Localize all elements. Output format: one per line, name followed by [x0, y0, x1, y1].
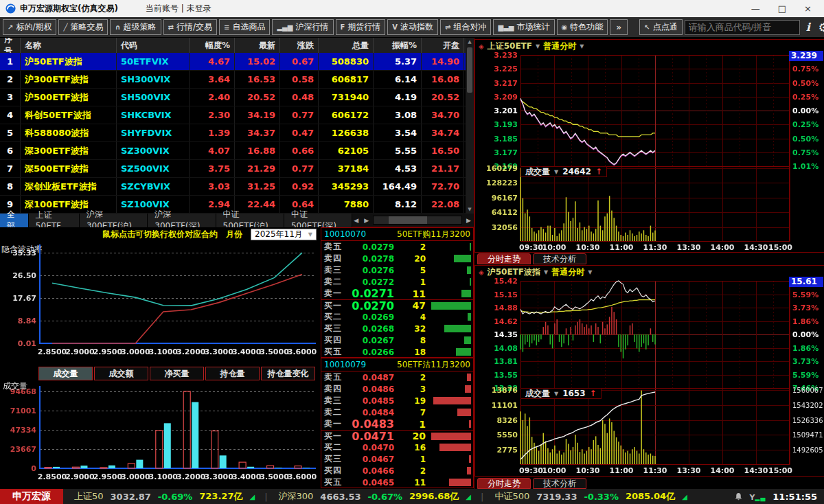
table-row-50ETFVIX[interactable]: 1沪50ETF波指50ETFVIX4.6715.020.675088305.37… — [0, 53, 474, 71]
minimize-button[interactable]: — — [751, 3, 760, 14]
table-row-SH500VIX[interactable]: 3沪500ETF波指SH500VIX2.4020.520.487319404.1… — [0, 89, 474, 106]
vol-filter-tab-净买量[interactable]: 净买量 — [150, 367, 204, 380]
bell-icon[interactable] — [734, 492, 743, 501]
toolbar-button-市场统计[interactable]: ▆▃▅市场统计 — [493, 19, 554, 35]
toolbar-button-组合对冲[interactable]: ⇌组合对冲 — [440, 19, 491, 35]
gear-icon[interactable]: ⚙ — [819, 21, 824, 34]
chevron-down-icon[interactable]: ▼ — [554, 169, 558, 175]
index-quote-上证50[interactable]: 上证503032.87-0.69%723.27亿◢ — [74, 490, 255, 503]
vol-filter-tab-持仓量变化[interactable]: 持仓量变化 — [261, 367, 315, 380]
tab-scroll-right-icon[interactable]: ▶ — [363, 217, 370, 224]
orderbook-level-买一[interactable]: 买一0.027047 — [321, 299, 473, 311]
scroll-down-icon[interactable]: ▼ — [468, 205, 471, 214]
quote-tab-中证500ETF(沪)[interactable]: 中证500ETF(沪) — [216, 214, 284, 227]
main-toolbar: ↗标的/期权╱策略交易∩超级策略⇄行情/交易≡自选商品▂▄▆沪深行情F期货行情V… — [0, 17, 824, 38]
app-window: 申万宏源期权宝(仿真交易) 当前账号 | 未登录 — □ × ↗标的/期权╱策略… — [0, 0, 824, 504]
orderbook-level-买四[interactable]: 买四0.02678 — [321, 334, 473, 346]
tab-minute-trend-1[interactable]: 分时走势 — [477, 253, 531, 264]
symbol-search-input[interactable] — [685, 20, 800, 35]
index-quote-中证500[interactable]: 中证5007319.33-0.33%2085.04亿◢ — [494, 490, 687, 503]
chevron-down-icon[interactable]: ▼ — [554, 391, 558, 397]
orderbook-put: 1001007950ETF沽11月3200卖五0.04872卖四0.04863卖… — [321, 358, 474, 488]
toolbar-more-button[interactable]: » — [610, 19, 628, 35]
orderbook-level-买三[interactable]: 买三0.026832 — [321, 323, 473, 334]
quote-tab-沪深300ETF(深)[interactable]: 沪深300ETF(深) — [148, 214, 216, 227]
month-dropdown[interactable]: 2025年11月 ▼ — [251, 229, 317, 240]
horizontal-scrollbar[interactable] — [373, 216, 462, 225]
depth-bar-wrap — [431, 325, 471, 332]
toolbar-button-沪深行情[interactable]: ▂▄▆沪深行情 — [272, 19, 333, 35]
col-header-涨跌[interactable]: 涨跌 — [280, 38, 319, 53]
orderbook-level-卖五[interactable]: 卖五0.02792 — [321, 241, 473, 253]
toolbar-button-自选商品[interactable]: ≡自选商品 — [219, 19, 270, 35]
index-quote-沪深300[interactable]: 沪深3004663.53-0.67%2996.68亿◢ — [279, 490, 471, 503]
maximize-button[interactable]: □ — [778, 3, 786, 14]
col-header-最新[interactable]: 最新 — [235, 38, 280, 53]
table-row-SHKCBVIX[interactable]: 4科创50ETF波指SHKCBVIX2.3034.190.776061723.0… — [0, 106, 474, 124]
vol-filter-tab-持仓量[interactable]: 持仓量 — [205, 367, 260, 380]
diandiantong-button[interactable]: ↖ 点点通 — [639, 19, 682, 35]
orderbook-level-卖三[interactable]: 卖三0.02765 — [321, 264, 473, 276]
orderbook-level-买五[interactable]: 买五0.046511 — [321, 477, 473, 488]
depth-bar-wrap — [431, 278, 471, 286]
toolbar-button-行情/交易[interactable]: ⇄行情/交易 — [163, 19, 217, 35]
scrollbar-thumb[interactable] — [467, 47, 472, 93]
tab-technical-analysis-2[interactable]: 技术分析 — [533, 478, 586, 489]
cell: 345293 — [319, 178, 374, 195]
tab-scroll-left-icon[interactable]: ◀ — [352, 217, 360, 224]
orderbook-level-卖四[interactable]: 卖四0.04863 — [321, 383, 473, 395]
toolbar-button-策略交易[interactable]: ╱策略交易 — [58, 19, 108, 35]
quote-tab-中证500ETF(深)[interactable]: 中证500ETF(深) — [284, 214, 352, 227]
toolbar-button-超级策略[interactable]: ∩超级策略 — [110, 19, 161, 35]
chart1-symbol-dropdown[interactable]: 上证50ETF — [488, 41, 532, 52]
table-row-SZ300VIX[interactable]: 6深300ETF波指SZ300VIX4.0716.880.66621055.55… — [0, 142, 474, 160]
toolbar-button-波动指数[interactable]: V波动指数 — [387, 19, 438, 35]
col-header-总量[interactable]: 总量 — [319, 38, 374, 53]
orderbook-level-买二[interactable]: 买二0.02694 — [321, 311, 473, 323]
table-row-SZCYBVIX[interactable]: 8深创业板ETF波指SZCYBVIX3.0331.250.92345293164… — [0, 178, 474, 196]
vol-filter-tab-成交额[interactable]: 成交额 — [94, 367, 148, 380]
toolbar-button-特色功能[interactable]: ◉特色功能 — [557, 19, 608, 35]
toolbar-button-标的/期权[interactable]: ↗标的/期权 — [3, 19, 56, 35]
orderbook-level-买三[interactable]: 买三0.04671 — [321, 453, 473, 465]
col-header-幅度%[interactable]: 幅度% — [190, 38, 235, 53]
orderbook-level-买四[interactable]: 买四0.04662 — [321, 465, 473, 477]
col-header-代码[interactable]: 代码 — [117, 38, 190, 53]
vol-filter-tab-成交量[interactable]: 成交量 — [38, 367, 93, 380]
table-row-SH300VIX[interactable]: 2沪300ETF波指SH300VIX3.6416.530.586068176.1… — [0, 71, 474, 89]
tab-technical-analysis-1[interactable]: 技术分析 — [533, 253, 586, 264]
orderbook-level-卖二[interactable]: 卖二0.04847 — [321, 406, 473, 418]
col-header-序号[interactable]: 序号 — [0, 38, 21, 53]
up-triangle-icon: ◢ — [466, 493, 471, 501]
orderbook-level-买一[interactable]: 买一0.047120 — [321, 430, 473, 442]
chart2-symbol-dropdown[interactable]: 沪50ETF波指 — [488, 266, 540, 278]
orderbook-level-买五[interactable]: 买五0.026618 — [321, 346, 473, 358]
toolbar-button-期货行情[interactable]: F期货行情 — [336, 19, 386, 35]
table-vertical-scrollbar[interactable]: ▲ ▼ — [466, 38, 474, 214]
table-row-SZ500VIX[interactable]: 7深500ETF波指SZ500VIX3.7521.290.77371844.53… — [0, 160, 474, 178]
orderbook-level-卖一[interactable]: 卖一0.027111 — [321, 288, 473, 299]
col-header-振幅%[interactable]: 振幅% — [374, 38, 422, 53]
col-header-开盘[interactable]: 开盘 — [422, 38, 464, 53]
quote-tab-沪深300ETF(沪)[interactable]: 沪深300ETF(沪) — [80, 214, 148, 227]
quote-tab-上证50ETF[interactable]: 上证50ETF — [29, 214, 80, 227]
orderbook-level-卖二[interactable]: 卖二0.02721 — [321, 276, 473, 288]
orderbook-level-卖四[interactable]: 卖四0.027820 — [321, 253, 473, 264]
chart1-mode-dropdown[interactable]: 普通分时 — [543, 41, 576, 52]
orderbook-level-卖一[interactable]: 卖一0.04831 — [321, 418, 473, 430]
col-header-名称[interactable]: 名称 — [21, 38, 117, 53]
orderbook-level-卖五[interactable]: 卖五0.04872 — [321, 371, 473, 383]
table-row-SHYFDVIX[interactable]: 5科588080波指SHYFDVIX1.3934.370.471266383.5… — [0, 124, 474, 142]
hscroll-thumb[interactable] — [389, 216, 427, 224]
quote-tab-全部[interactable]: 全部 — [0, 214, 29, 227]
orderbook-level-买二[interactable]: 买二0.047016 — [321, 442, 473, 453]
scroll-up-icon[interactable]: ▲ — [468, 38, 471, 46]
brand-logo: 申万宏源 — [0, 489, 63, 504]
hscroll-right-icon[interactable]: ▶ — [465, 217, 472, 224]
close-button[interactable]: × — [804, 3, 812, 14]
orderbook-level-卖三[interactable]: 卖三0.048519 — [321, 395, 473, 406]
level-price: 0.0467 — [346, 455, 394, 464]
info-icon[interactable]: i — [806, 21, 810, 34]
chart2-mode-dropdown[interactable]: 普通分时 — [551, 266, 584, 278]
tab-minute-trend-2[interactable]: 分时走势 — [477, 478, 531, 489]
